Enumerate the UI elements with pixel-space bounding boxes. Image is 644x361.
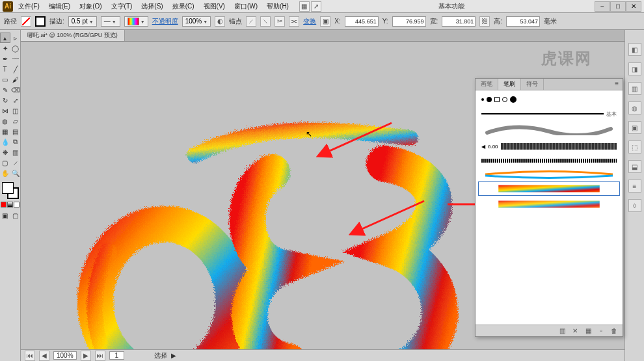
ref-point-icon[interactable]: ▣ (320, 16, 330, 27)
eraser-tool[interactable]: ⌫ (10, 85, 21, 95)
dock-graphic-styles-icon[interactable]: ⬓ (628, 160, 641, 173)
y-input[interactable] (392, 16, 426, 27)
type-tool[interactable]: T (0, 64, 10, 74)
direct-selection-tool[interactable]: ▹ (10, 33, 21, 43)
brush-row-art3[interactable] (478, 197, 620, 211)
w-input[interactable] (442, 16, 476, 27)
eyedropper-tool[interactable]: 💧 (0, 137, 10, 147)
screen-mode-normal[interactable]: ▣ (0, 210, 10, 221)
width-tool[interactable]: ⋈ (0, 105, 10, 116)
zoom-tool[interactable]: 🔍 (10, 168, 21, 178)
first-artboard-icon[interactable]: ⏮ (25, 351, 35, 361)
dock-stroke-icon[interactable]: ▥ (628, 82, 641, 95)
lasso-tool[interactable]: ◯ (10, 43, 21, 53)
window-minimize[interactable]: − (595, 1, 610, 12)
artboard-tool[interactable]: ▢ (0, 157, 10, 168)
dock-symbols-icon[interactable]: ◊ (628, 199, 641, 212)
menu-object[interactable]: 对象(O) (75, 1, 105, 12)
workspace-label[interactable]: 基本功能 (438, 2, 464, 11)
window-close[interactable]: ✕ (626, 1, 641, 12)
none-mode-icon[interactable] (14, 202, 20, 207)
recolor-icon[interactable]: ◐ (215, 16, 225, 27)
scale-tool[interactable]: ⤢ (10, 95, 21, 105)
convert-corner-icon[interactable]: ⟍ (260, 16, 271, 27)
brush-row-art2[interactable] (478, 181, 620, 196)
brush-options-icon[interactable]: ▦ (584, 327, 593, 336)
panel-tab-0[interactable]: 画笔 (476, 79, 498, 90)
transform-link[interactable]: 变换 (303, 17, 316, 26)
vsp-select[interactable]: — (101, 16, 120, 27)
brush-row-art1[interactable] (478, 168, 620, 180)
brush-row-preset[interactable]: ◀6.00 (478, 140, 620, 153)
gradient-tool[interactable]: ▤ (10, 126, 21, 137)
hand-tool[interactable]: ✋ (0, 168, 10, 178)
brush-row-calligraphic[interactable] (478, 122, 620, 139)
next-artboard-icon[interactable]: ▶ (81, 351, 91, 361)
zoom-display[interactable]: 100% (53, 351, 77, 360)
mesh-tool[interactable]: ▦ (0, 126, 10, 137)
prev-artboard-icon[interactable]: ◀ (39, 351, 49, 361)
blend-tool[interactable]: ⧉ (10, 137, 21, 147)
screen-mode-full[interactable]: ▢ (10, 210, 21, 221)
dock-swatches-icon[interactable]: ◨ (628, 62, 641, 75)
perspective-tool[interactable]: ▱ (10, 116, 21, 126)
fill-swatch[interactable] (21, 16, 31, 27)
menu-edit[interactable]: 编辑(E) (45, 1, 74, 12)
paintbrush-tool[interactable]: 🖌 (10, 74, 21, 85)
brush-def-select[interactable] (124, 16, 148, 27)
menu-view[interactable]: 视图(V) (200, 1, 229, 12)
x-input[interactable] (345, 16, 379, 27)
color-mode-icon[interactable] (1, 202, 7, 207)
brush-row-dots[interactable] (478, 93, 620, 106)
dock-transparency-icon[interactable]: ▣ (628, 121, 641, 134)
menu-effect[interactable]: 效果(C) (168, 1, 198, 12)
pencil-tool[interactable]: ✎ (0, 85, 10, 95)
dock-appearance-icon[interactable]: ⬚ (628, 140, 641, 154)
bridge-icon[interactable]: ▦ (299, 1, 310, 12)
dock-color-icon[interactable]: ◧ (628, 43, 641, 56)
document-tab[interactable]: 哪吒.ai* @ 100% (RGB/GPU 预览) (21, 30, 125, 41)
rotate-tool[interactable]: ↻ (0, 95, 10, 105)
gradient-mode-icon[interactable] (7, 202, 13, 207)
opacity-link[interactable]: 不透明度 (152, 17, 178, 26)
brush-library-icon[interactable]: ▥ (557, 327, 567, 336)
graph-tool[interactable]: ▥ (10, 147, 21, 157)
panel-tab-2[interactable]: 符号 (521, 79, 544, 90)
shape-builder-tool[interactable]: ◍ (0, 116, 10, 126)
connect-anchor-icon[interactable]: ⫘ (289, 16, 299, 27)
stroke-weight-select[interactable]: 0.5 pt (68, 16, 97, 27)
h-input[interactable] (506, 16, 540, 27)
remove-brush-stroke-icon[interactable]: ✕ (570, 327, 580, 336)
artboard-nav-input[interactable]: 1 (109, 351, 125, 360)
magic-wand-tool[interactable]: ✦ (0, 43, 10, 53)
line-tool[interactable]: ╱ (10, 64, 21, 74)
stroke-swatch[interactable] (35, 16, 46, 27)
symbol-sprayer-tool[interactable]: ❋ (0, 147, 10, 157)
last-artboard-icon[interactable]: ⏭ (95, 351, 105, 361)
brushes-panel[interactable]: 画笔 笔刷 符号 ≡ 基本 ◀6.00 (475, 78, 623, 337)
menu-select[interactable]: 选择(S) (137, 1, 167, 12)
pen-tool[interactable]: ✒ (0, 53, 10, 64)
delete-brush-icon[interactable]: 🗑 (610, 327, 619, 336)
dock-layers-icon[interactable]: ≡ (628, 180, 641, 193)
menu-type[interactable]: 文字(T) (107, 1, 137, 12)
link-wh-icon[interactable]: ⛓ (479, 16, 490, 27)
convert-smooth-icon[interactable]: ⟋ (246, 16, 256, 27)
remove-anchor-icon[interactable]: ✂ (275, 16, 285, 27)
rectangle-tool[interactable]: ▭ (0, 74, 10, 85)
arrange-icon[interactable]: ➚ (311, 1, 321, 12)
slice-tool[interactable]: ⟋ (10, 157, 21, 168)
panel-tab-1[interactable]: 笔刷 (498, 79, 521, 90)
curvature-tool[interactable]: 〰 (10, 53, 21, 64)
opacity-select[interactable]: 100% (182, 16, 211, 27)
brush-row-charcoal[interactable] (478, 154, 620, 167)
menu-file[interactable]: 文件(F) (14, 1, 44, 12)
brush-row-basic[interactable]: 基本 (478, 107, 620, 120)
new-brush-icon[interactable]: ▫ (597, 327, 606, 336)
fill-stroke-control[interactable] (2, 182, 19, 199)
panel-menu-icon[interactable]: ≡ (611, 79, 623, 90)
menu-help[interactable]: 帮助(H) (263, 1, 293, 12)
free-transform-tool[interactable]: ◫ (10, 105, 21, 116)
window-maximize[interactable]: □ (610, 1, 626, 12)
selection-tool[interactable]: ▴ (0, 33, 10, 43)
